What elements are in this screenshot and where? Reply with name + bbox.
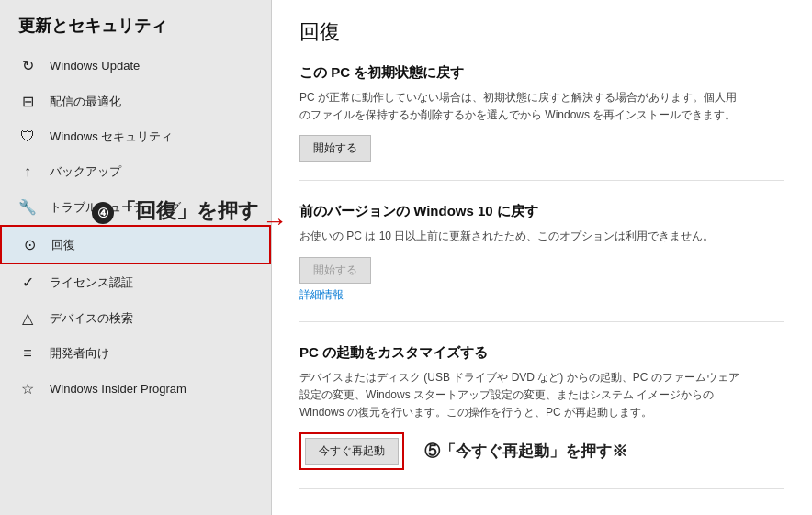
sidebar-item-backup[interactable]: ↑バックアップ <box>0 154 271 189</box>
sidebar-item-windows-update[interactable]: ↻Windows Update <box>0 48 271 84</box>
bottom-note: ※作業中のファイルなどは保存してから、 開始することをおススメします。 <box>299 511 784 515</box>
section-go-back: 前のバージョンの Windows 10 に戻す お使いの PC は 10 日以上… <box>299 203 784 321</box>
windows-update-icon: ↻ <box>18 57 37 74</box>
sidebar-item-device-search[interactable]: △デバイスの検索 <box>0 300 271 336</box>
sidebar-item-delivery-optimization[interactable]: ⊟配信の最適化 <box>0 84 271 119</box>
sidebar-item-label-windows-security: Windows セキュリティ <box>50 129 173 145</box>
go-back-detail-link[interactable]: 詳細情報 <box>299 287 344 303</box>
troubleshoot-icon: 🔧 <box>18 198 37 216</box>
restart-button-highlight: 今すぐ再起動 <box>299 432 404 470</box>
sidebar-item-license[interactable]: ✓ライセンス認証 <box>0 264 271 300</box>
sidebar-item-label-device-search: デバイスの検索 <box>50 310 133 327</box>
reset-pc-title: この PC を初期状態に戻す <box>299 64 784 82</box>
advanced-startup-desc: デバイスまたはディスク (USB ドライブや DVD など) からの起動、PC … <box>299 369 740 422</box>
step5-circle: ⑤ <box>424 442 440 460</box>
delivery-optimization-icon: ⊟ <box>18 93 37 110</box>
sidebar-item-recovery[interactable]: ⊙回復 <box>0 225 271 264</box>
windows-security-icon: 🛡 <box>18 129 37 145</box>
step5-text: 「今すぐ再起動」を押す※ <box>440 442 627 460</box>
section-reset-pc: この PC を初期状態に戻す PC が正常に動作していない場合は、初期状態に戻す… <box>299 64 784 181</box>
developer-icon: ≡ <box>18 345 37 362</box>
sidebar-item-label-backup: バックアップ <box>50 163 121 180</box>
sidebar-item-label-windows-update: Windows Update <box>50 59 140 73</box>
advanced-startup-title: PC の起動をカスタマイズする <box>299 344 784 362</box>
device-search-icon: △ <box>18 309 37 327</box>
recovery-icon: ⊙ <box>20 236 39 253</box>
sidebar-item-label-developer: 開発者向け <box>50 345 109 362</box>
sidebar-item-label-license: ライセンス認証 <box>50 274 133 291</box>
main-content: 回復 この PC を初期状態に戻す PC が正常に動作していない場合は、初期状態… <box>272 0 812 515</box>
go-back-button[interactable]: 開始する <box>299 257 371 284</box>
sidebar-item-label-recovery: 回復 <box>51 237 75 253</box>
sidebar-item-windows-security[interactable]: 🛡Windows セキュリティ <box>0 119 271 154</box>
section-advanced-startup: PC の起動をカスタマイズする デバイスまたはディスク (USB ドライブや D… <box>299 344 784 490</box>
insider-icon: ☆ <box>18 380 37 397</box>
sidebar-item-insider[interactable]: ☆Windows Insider Program <box>0 371 271 407</box>
step4-circle: ④ <box>92 202 114 224</box>
go-back-title: 前のバージョンの Windows 10 に戻す <box>299 203 784 220</box>
license-icon: ✓ <box>18 274 37 291</box>
restart-now-button[interactable]: 今すぐ再起動 <box>305 438 399 465</box>
page-title: 回復 <box>299 18 784 46</box>
step4-arrow: → <box>262 207 288 236</box>
sidebar-item-label-delivery-optimization: 配信の最適化 <box>50 94 121 110</box>
reset-pc-button[interactable]: 開始する <box>299 135 371 162</box>
sidebar-item-developer[interactable]: ≡開発者向け <box>0 336 271 371</box>
reset-pc-desc: PC が正常に動作していない場合は、初期状態に戻すと解決する場合があります。個人… <box>299 89 740 124</box>
step5-annotation: ⑤「今すぐ再起動」を押す※ <box>424 441 627 462</box>
backup-icon: ↑ <box>18 163 37 180</box>
sidebar-header: 更新とセキュリティ <box>0 0 271 48</box>
go-back-desc: お使いの PC は 10 日以上前に更新されたため、このオプションは利用できませ… <box>299 228 740 245</box>
sidebar: 更新とセキュリティ ↻Windows Update⊟配信の最適化🛡Windows… <box>0 0 272 515</box>
step4-annotation: ④「回復」を押す <box>92 197 259 225</box>
sidebar-item-label-insider: Windows Insider Program <box>50 382 186 396</box>
